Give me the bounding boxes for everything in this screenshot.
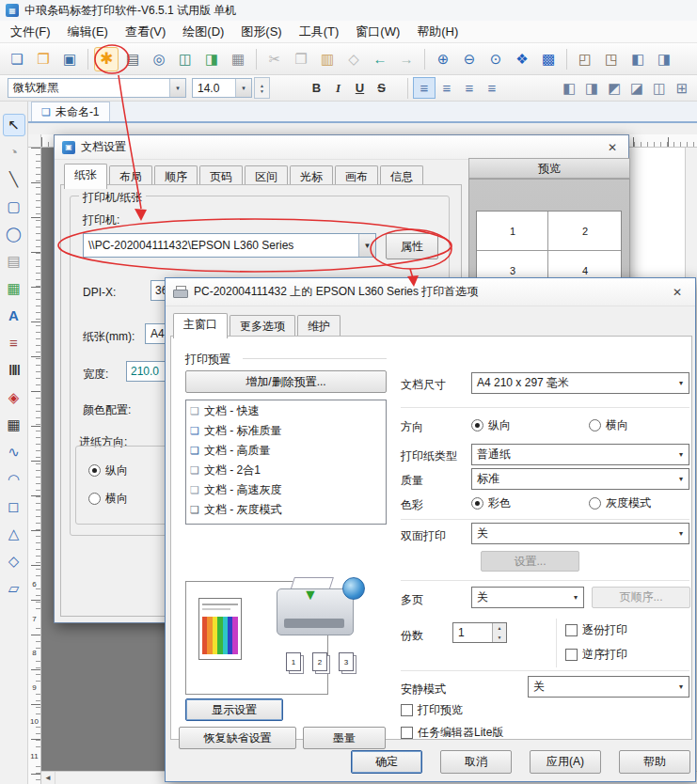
print-icon[interactable]: ▤ — [120, 47, 145, 71]
paper-type-combo[interactable]: 普通纸 ▾ — [471, 444, 689, 465]
radio-checked-icon[interactable] — [88, 464, 101, 477]
ungroup-icon[interactable]: ◨ — [652, 47, 676, 71]
distribute-top-icon[interactable]: ◩ — [603, 77, 626, 99]
menu-window[interactable]: 窗口(W) — [347, 22, 408, 42]
send-back-icon[interactable]: ◳ — [599, 47, 624, 71]
region-tool-icon[interactable]: ◻ — [3, 495, 25, 518]
quiet-mode-combo[interactable]: 关 ▾ — [528, 676, 689, 698]
feed-landscape-radio[interactable]: 横向 — [88, 491, 128, 507]
menu-help[interactable]: 帮助(H) — [408, 22, 467, 42]
strikethrough-button[interactable]: S — [371, 77, 392, 99]
preset-item[interactable]: ❏ 文档 - 高质量 — [187, 441, 385, 461]
chevron-down-icon[interactable]: ▾ — [673, 682, 689, 691]
fit-page-icon[interactable]: ▩ — [536, 47, 561, 71]
show-settings-button[interactable]: 显示设置 — [185, 698, 283, 721]
document-tab[interactable]: ❏ 未命名-1 — [31, 102, 110, 121]
chevron-down-icon[interactable]: ▾ — [169, 79, 185, 97]
quality-combo[interactable]: 标准 ▾ — [471, 468, 689, 490]
database-icon[interactable]: ◫ — [173, 47, 198, 71]
database-import-icon[interactable]: ◨ — [199, 47, 224, 71]
copies-stepper[interactable]: 1 ▲▼ — [452, 622, 507, 643]
undo-icon[interactable]: ← — [368, 47, 392, 71]
chevron-down-icon[interactable]: ▾ — [673, 379, 689, 387]
checkbox-icon[interactable] — [565, 649, 578, 661]
radio-icon[interactable] — [589, 497, 601, 510]
document-size-combo[interactable]: A4 210 x 297 毫米 ▾ — [471, 372, 689, 394]
pan-tool-icon[interactable]: ◔ — [3, 141, 25, 164]
align-justify-button[interactable]: ≡ — [481, 77, 503, 99]
spin-down-icon[interactable]: ▼ — [260, 88, 264, 94]
menu-view[interactable]: 查看(V) — [117, 22, 174, 42]
spin-down-icon[interactable]: ▼ — [493, 633, 506, 642]
preset-item[interactable]: ❏ 文档 - 标准质量 — [187, 421, 385, 441]
add-remove-presets-button[interactable]: 增加/删除预置... — [185, 370, 387, 393]
reverse-order-checkbox[interactable]: 逆序打印 — [565, 647, 627, 663]
apply-button[interactable]: 应用(A) — [530, 750, 601, 774]
orientation-portrait-radio[interactable]: 纵向 — [471, 417, 511, 433]
delete-icon[interactable]: ◇ — [341, 47, 366, 71]
checkbox-icon[interactable] — [401, 727, 413, 739]
picture-tool-icon[interactable]: ▦ — [3, 277, 25, 300]
printer-properties-button[interactable]: 属性 — [386, 233, 438, 259]
feed-portrait-radio[interactable]: 纵向 — [88, 463, 128, 478]
line-tool-icon[interactable]: ╲ — [3, 168, 25, 191]
grayscale-radio[interactable]: 灰度模式 — [589, 495, 651, 511]
curve-tool-icon[interactable]: ∿ — [3, 441, 25, 463]
cancel-button[interactable]: 取消 — [440, 750, 512, 774]
checkbox-icon[interactable] — [565, 624, 578, 636]
align-center-button[interactable]: ≡ — [436, 77, 458, 99]
ink-levels-button[interactable]: 墨量 — [303, 727, 386, 749]
new-document-icon[interactable]: ❏ — [5, 47, 29, 71]
barcode-tool-icon[interactable]: ‖‖ — [3, 359, 25, 382]
text-tool-icon[interactable]: A — [3, 305, 25, 327]
settings-gear-icon[interactable]: ✱ — [94, 47, 119, 71]
menu-draw[interactable]: 绘图(D) — [174, 22, 232, 42]
rounded-rect-tool-icon[interactable]: ▢ — [3, 196, 25, 218]
select-tool-icon[interactable]: ↖ — [3, 114, 25, 136]
qrcode-tool-icon[interactable]: ▦ — [3, 414, 25, 436]
help-button[interactable]: 帮助 — [619, 750, 690, 774]
distribute-left-icon[interactable]: ◧ — [558, 77, 580, 99]
cut-icon[interactable]: ✂ — [262, 47, 287, 71]
label-tool-icon[interactable]: ◈ — [3, 386, 25, 409]
font-size-stepper[interactable]: ▲▼ — [254, 77, 270, 99]
parallelogram-tool-icon[interactable]: ▱ — [3, 577, 25, 600]
menu-edit[interactable]: 编辑(E) — [59, 22, 117, 42]
menu-tools[interactable]: 工具(T) — [291, 22, 348, 42]
preset-item[interactable]: ❏ 文档 - 高速灰度 — [187, 480, 385, 500]
diamond-tool-icon[interactable]: ◇ — [3, 550, 25, 572]
spin-up-icon[interactable]: ▲ — [493, 623, 506, 633]
triangle-tool-icon[interactable]: △ — [3, 523, 25, 545]
equal-width-icon[interactable]: ◫ — [648, 77, 671, 99]
combo-arrow-icon[interactable]: ▼ — [358, 234, 375, 257]
color-radio[interactable]: 彩色 — [471, 495, 511, 511]
job-arranger-checkbox[interactable]: 任务编辑器Lite版 — [401, 725, 503, 741]
fit-window-icon[interactable]: ❖ — [510, 47, 534, 71]
print-preview-icon[interactable]: ◎ — [147, 47, 171, 71]
restore-defaults-button[interactable]: 恢复缺省设置 — [179, 727, 296, 749]
open-folder-icon[interactable]: ❐ — [31, 47, 55, 71]
radio-icon[interactable] — [88, 493, 101, 505]
printer-dialog-close-icon[interactable]: ✕ — [667, 283, 688, 302]
orientation-landscape-radio[interactable]: 横向 — [589, 417, 628, 433]
ok-button[interactable]: 确定 — [351, 750, 422, 774]
zoom-actual-icon[interactable]: ⊙ — [483, 47, 508, 71]
tab-main[interactable]: 主窗口 — [173, 313, 228, 338]
checkbox-icon[interactable] — [401, 704, 413, 716]
printer-dialog-titlebar[interactable]: PC-202004111432 上的 EPSON L360 Series 打印首… — [166, 278, 695, 306]
print-preview-checkbox[interactable]: 打印预览 — [401, 702, 463, 718]
paste-icon[interactable]: ▥ — [315, 47, 340, 71]
distribute-right-icon[interactable]: ◨ — [580, 77, 603, 99]
redo-icon[interactable]: → — [394, 47, 419, 71]
radio-checked-icon[interactable] — [471, 419, 483, 431]
chevron-down-icon[interactable]: ▾ — [568, 593, 583, 602]
duplex-combo[interactable]: 关 ▾ — [471, 523, 689, 544]
tab-paper[interactable]: 纸张 — [64, 164, 107, 189]
grid-icon[interactable]: ▦ — [226, 47, 250, 71]
preset-item[interactable]: ❏ 文档 - 2合1 — [187, 461, 385, 480]
bring-front-icon[interactable]: ◰ — [573, 47, 597, 71]
radio-checked-icon[interactable] — [471, 497, 483, 510]
ellipse-tool-icon[interactable]: ◯ — [3, 223, 25, 245]
preset-item[interactable]: ❏ 文档 - 快速 — [187, 401, 385, 421]
underline-button[interactable]: U — [349, 77, 371, 99]
